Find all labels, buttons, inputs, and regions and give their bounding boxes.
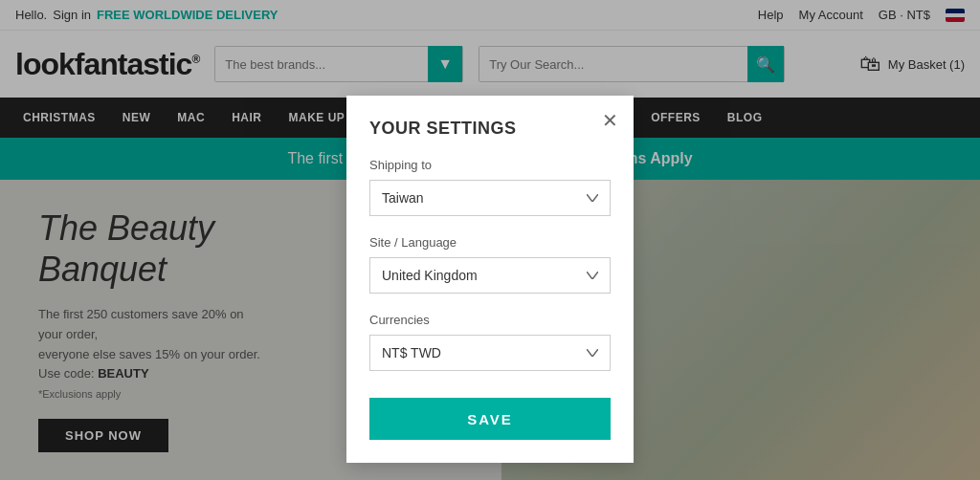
currency-group: Currencies NT$ TWD GBP £ USD $ AUD $: [369, 313, 611, 371]
shipping-group: Shipping to Taiwan United Kingdom United…: [369, 158, 611, 216]
language-group: Site / Language United Kingdom United St…: [369, 235, 611, 294]
shipping-select[interactable]: Taiwan United Kingdom United States Aust…: [369, 180, 611, 216]
language-select[interactable]: United Kingdom United States Australia: [369, 257, 611, 294]
save-button[interactable]: SAVE: [369, 398, 611, 440]
settings-modal: YOUR SETTINGS ✕ Shipping to Taiwan Unite…: [346, 96, 634, 463]
currency-label: Currencies: [369, 313, 611, 327]
modal-title: YOUR SETTINGS: [369, 119, 611, 139]
modal-close-button[interactable]: ✕: [602, 111, 618, 130]
currency-select[interactable]: NT$ TWD GBP £ USD $ AUD $: [369, 335, 611, 371]
language-label: Site / Language: [369, 235, 611, 250]
shipping-label: Shipping to: [369, 158, 611, 172]
modal-overlay: YOUR SETTINGS ✕ Shipping to Taiwan Unite…: [0, 0, 980, 480]
